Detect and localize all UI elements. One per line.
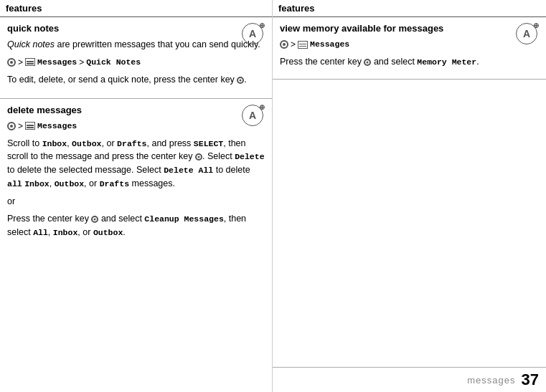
or-label: or: [7, 195, 265, 209]
nav-message-icon: [25, 58, 35, 66]
page-layout: features quick notes A ⊕ Quick notes are…: [0, 0, 546, 392]
quick-notes-instruction: To edit, delete, or send a quick note, p…: [7, 73, 265, 87]
accessibility-icon-delete: A ⊕: [242, 105, 265, 128]
nav-messages-label-3: Messages: [310, 38, 349, 50]
delete-messages-p1: Scroll to Inbox, Outbox, or Drafts, and …: [7, 137, 265, 191]
view-memory-body: > Messages Press the center key and sele…: [280, 38, 539, 69]
nav-message-icon-3: [298, 41, 308, 49]
delete-messages-title: delete messages: [7, 105, 265, 115]
accessibility-icon-quick-notes: A ⊕: [242, 23, 265, 46]
footer-page: 37: [522, 371, 539, 389]
view-memory-nav: > Messages: [280, 38, 539, 51]
right-column: features view memory available for messa…: [273, 0, 546, 392]
delete-messages-nav: > Messages: [7, 120, 265, 133]
nav-bullet-icon-3: [280, 40, 288, 49]
footer: messages 37: [273, 367, 546, 392]
right-spacer: [273, 80, 546, 367]
left-column: features quick notes A ⊕ Quick notes are…: [0, 0, 273, 392]
nav-messages-label: Messages: [37, 56, 77, 68]
view-memory-title: view memory available for messages: [280, 23, 539, 34]
footer-label: messages: [467, 375, 515, 386]
delete-messages-p2: Press the center key and select Cleanup …: [7, 212, 265, 239]
quick-notes-nav: > Messages > Quick Notes: [7, 56, 265, 69]
accessibility-icon-memory: A ⊕: [516, 23, 539, 46]
quick-notes-title: quick notes: [7, 23, 265, 34]
view-memory-instruction: Press the center key and select Memory M…: [280, 55, 539, 69]
left-header: features: [0, 0, 272, 17]
section-delete-messages: delete messages A ⊕ > Messages Scroll to…: [0, 99, 272, 393]
nav-bullet-icon: [7, 58, 16, 67]
quick-notes-italic: Quick notes: [7, 39, 55, 49]
nav-message-icon-2: [25, 122, 35, 130]
section-quick-notes: quick notes A ⊕ Quick notes are prewritt…: [0, 17, 272, 99]
delete-messages-body: > Messages Scroll to Inbox, Outbox, or D…: [7, 120, 265, 239]
nav-quick-notes-label: Quick Notes: [86, 56, 141, 68]
section-view-memory: view memory available for messages A ⊕ >…: [273, 17, 546, 80]
nav-messages-label-2: Messages: [37, 120, 77, 132]
right-header: features: [273, 0, 546, 17]
nav-bullet-icon-2: [7, 122, 16, 130]
quick-notes-body: Quick notes are prewritten messages that…: [7, 38, 265, 87]
